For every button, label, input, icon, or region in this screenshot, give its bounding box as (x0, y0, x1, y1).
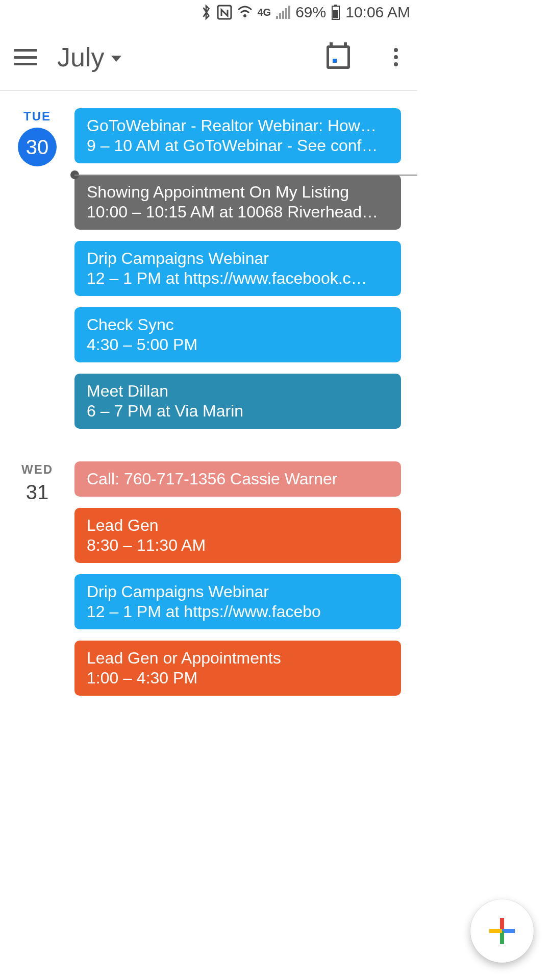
bluetooth-icon (201, 4, 212, 20)
event-subtitle: 4:30 – 5:00 PM (87, 335, 389, 354)
event-subtitle: 6 – 7 PM at Via Marin (87, 402, 389, 421)
date-number: 31 (26, 481, 49, 504)
event-subtitle: 12 – 1 PM at https://www.facebook.c… (87, 269, 389, 288)
event-title: Lead Gen (87, 516, 389, 535)
day-of-week: TUE (23, 109, 51, 124)
event-subtitle: 1:00 – 4:30 PM (87, 669, 389, 688)
svg-rect-4 (282, 11, 284, 19)
day-of-week: WED (21, 462, 53, 477)
day-header[interactable]: WED31 (0, 461, 74, 504)
event-title: Drip Campaigns Webinar (87, 249, 389, 268)
event-card[interactable]: Drip Campaigns Webinar12 – 1 PM at https… (74, 574, 401, 629)
events-column: Call: 760-717-1356 Cassie WarnerLead Gen… (74, 461, 417, 707)
svg-rect-9 (333, 10, 338, 18)
svg-rect-3 (279, 13, 281, 19)
event-card[interactable]: Lead Gen8:30 – 11:30 AM (74, 508, 401, 563)
event-card[interactable]: Lead Gen or Appointments1:00 – 4:30 PM (74, 641, 401, 696)
today-date-badge: 30 (18, 128, 57, 166)
event-card[interactable]: Showing Appointment On My Listing10:00 –… (74, 175, 401, 230)
events-column: GoToWebinar - Realtor Webinar: How…9 – 1… (74, 108, 417, 440)
event-card[interactable]: Call: 760-717-1356 Cassie Warner (74, 461, 401, 497)
svg-rect-6 (288, 6, 290, 19)
event-card[interactable]: GoToWebinar - Realtor Webinar: How…9 – 1… (74, 108, 401, 163)
month-label: July (57, 42, 104, 72)
month-picker-button[interactable]: July (57, 42, 121, 72)
svg-rect-5 (285, 8, 287, 19)
wifi-icon (237, 6, 253, 19)
schedule-list[interactable]: TUE30GoToWebinar - Realtor Webinar: How…… (0, 91, 417, 707)
status-bar: 4G 69% 10:06 AM (0, 0, 417, 24)
battery-icon (331, 5, 340, 20)
signal-icon (276, 6, 290, 19)
event-card[interactable]: Meet Dillan6 – 7 PM at Via Marin (74, 374, 401, 429)
event-title: Showing Appointment On My Listing (87, 183, 389, 202)
event-subtitle: 8:30 – 11:30 AM (87, 536, 389, 555)
event-title: Lead Gen or Appointments (87, 649, 389, 668)
svg-point-1 (243, 14, 246, 17)
event-card[interactable]: Check Sync4:30 – 5:00 PM (74, 307, 401, 362)
status-time: 10:06 AM (345, 4, 410, 21)
day-header[interactable]: TUE30 (0, 108, 74, 166)
event-subtitle: 9 – 10 AM at GoToWebinar - See conf… (87, 136, 389, 155)
event-title: Drip Campaigns Webinar (87, 582, 389, 601)
menu-button[interactable] (14, 49, 37, 65)
event-title: Call: 760-717-1356 Cassie Warner (87, 470, 389, 488)
event-title: Check Sync (87, 315, 389, 334)
battery-percent: 69% (295, 4, 326, 21)
svg-rect-2 (276, 16, 278, 19)
overflow-menu-button[interactable] (389, 46, 403, 68)
network-type-label: 4G (258, 7, 271, 18)
event-subtitle: 12 – 1 PM at https://www.facebo (87, 602, 389, 621)
nfc-icon (217, 5, 232, 20)
app-bar: July (0, 24, 417, 91)
event-title: Meet Dillan (87, 382, 389, 401)
day-row: TUE30GoToWebinar - Realtor Webinar: How…… (0, 108, 417, 440)
today-button[interactable] (327, 45, 350, 69)
event-title: GoToWebinar - Realtor Webinar: How… (87, 116, 389, 135)
day-row: WED31Call: 760-717-1356 Cassie WarnerLea… (0, 461, 417, 707)
chevron-down-icon (111, 56, 121, 62)
event-card[interactable]: Drip Campaigns Webinar12 – 1 PM at https… (74, 241, 401, 296)
event-subtitle: 10:00 – 10:15 AM at 10068 Riverhead… (87, 203, 389, 222)
